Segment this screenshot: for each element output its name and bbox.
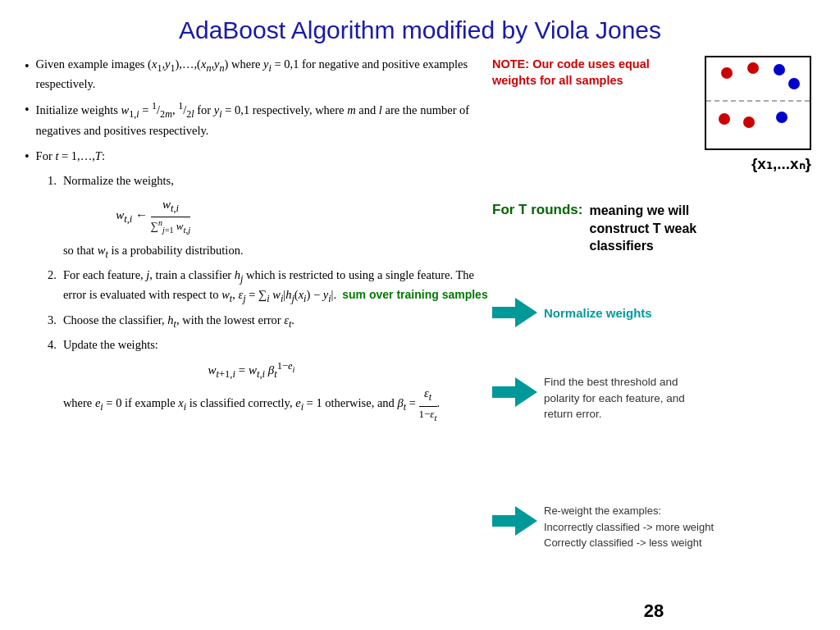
bullet-text-1: Given example images (x1,y1),…,(xn,yn) w… (36, 56, 492, 93)
bullet-text-2: Initialize weights w1,i = 1/2m, 1/2l for… (36, 99, 492, 139)
bullet-item-3: • For t = 1,…,T: (25, 146, 492, 166)
diagram-dashed-line (706, 100, 810, 102)
normalize-arrow (492, 298, 537, 327)
svg-marker-2 (492, 506, 537, 536)
for-t-rounds-section: For T rounds: meaning we willconstruct T… (492, 202, 696, 255)
left-column: • Given example images (x1,y1),…,(xn,yn)… (25, 56, 492, 630)
diagram-box (705, 56, 811, 150)
dot-3 (774, 64, 785, 75)
dot-5 (719, 113, 730, 125)
bullet-item-1: • Given example images (x1,y1),…,(xn,yn)… (25, 56, 492, 93)
step-1-formula: wt,i ← wt,i ∑nj=1 wt,j (63, 196, 244, 237)
step-4: 4. Update the weights: wt+1,i = wt,i βt1… (48, 336, 492, 424)
normalize-label: Normalize weights (544, 306, 652, 320)
dot-1 (721, 67, 733, 79)
normalize-section: Normalize weights (492, 298, 652, 327)
dot-4 (788, 78, 800, 89)
svg-marker-1 (492, 377, 537, 407)
step-2: 2. For each feature, j, train a classifi… (48, 267, 492, 307)
numbered-list: 1. Normalize the weights, wt,i ← wt,i ∑n… (48, 172, 492, 424)
reweight-section: Re-weight the examples: Incorrectly clas… (492, 503, 714, 551)
dot-2 (747, 62, 759, 74)
step-content-3: Choose the classifier, ht, with the lowe… (63, 312, 294, 331)
note-box: NOTE: Our code uses equal weights for al… (492, 56, 652, 89)
step-num-1: 1. (48, 172, 57, 189)
note-text: NOTE: Our code uses equal weights for al… (492, 57, 650, 87)
step-4-extra: where ei = 0 if example xi is classified… (63, 385, 440, 424)
step-content-2: For each feature, j, train a classifier … (63, 267, 492, 307)
step-num-4: 4. (48, 336, 57, 354)
reweight-arrow (492, 506, 537, 536)
find-arrow (492, 377, 537, 407)
find-section: Find the best threshold andpolarity for … (492, 374, 685, 422)
dot-7 (776, 112, 788, 123)
step-num-2: 2. (48, 267, 57, 284)
svg-marker-0 (492, 298, 537, 327)
xn-label: {x₁,...xₙ} (751, 154, 811, 173)
bullet-dot-1: • (25, 57, 30, 75)
for-t-rounds-meaning: meaning we willconstruct T weakclassifie… (589, 202, 696, 255)
step-1-text: Normalize the weights, (63, 172, 244, 189)
bullet-dot-2: • (25, 100, 30, 119)
xn-label-text: {x₁,...xₙ} (751, 155, 811, 172)
step-num-3: 3. (48, 312, 57, 329)
find-label: Find the best threshold andpolarity for … (544, 374, 685, 422)
slide-page: AdaBoost Algorithm modified by Viola Jon… (0, 0, 840, 630)
bullet-dot-3: • (25, 147, 30, 166)
reweight-label: Re-weight the examples: Incorrectly clas… (544, 503, 714, 551)
dot-6 (743, 116, 755, 128)
step-3: 3. Choose the classifier, ht, with the l… (48, 312, 492, 331)
page-number: 28 (644, 600, 664, 622)
step-1-extra: so that wt is a probability distribution… (63, 242, 244, 262)
right-column: NOTE: Our code uses equal weights for al… (492, 56, 815, 630)
for-t-rounds-label: For T rounds: (492, 202, 582, 218)
bullet-list: • Given example images (x1,y1),…,(xn,yn)… (25, 56, 492, 166)
annotation-sum: sum over training samples (342, 288, 487, 301)
step-content-1: Normalize the weights, wt,i ← wt,i ∑nj=1… (63, 172, 244, 262)
step-1: 1. Normalize the weights, wt,i ← wt,i ∑n… (48, 172, 492, 262)
bullet-item-2: • Initialize weights w1,i = 1/2m, 1/2l f… (25, 99, 492, 139)
slide-title: AdaBoost Algorithm modified by Viola Jon… (25, 16, 815, 44)
step-content-4: Update the weights: wt+1,i = wt,i βt1−ei… (63, 336, 440, 424)
step-4-formula: wt+1,i = wt,i βt1−ei (63, 358, 440, 381)
bullet-text-3: For t = 1,…,T: (36, 148, 105, 165)
